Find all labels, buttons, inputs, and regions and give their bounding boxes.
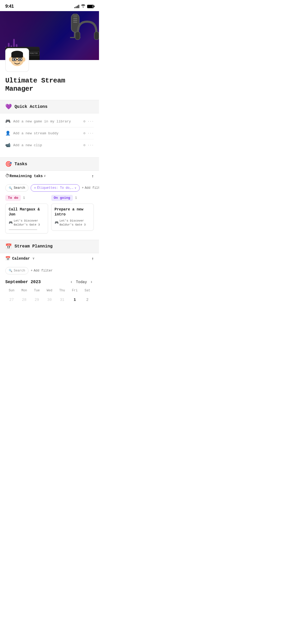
settings-icon[interactable]: ⚙️ xyxy=(83,119,86,123)
calendar-view-row: 📅 Calendar ∨ ↗ xyxy=(5,256,94,261)
cal-date[interactable]: 30 xyxy=(43,296,56,304)
task-card[interactable]: Prepare a new intro 🎮 Let's Discover Bal… xyxy=(51,204,94,230)
tasks-controls: ⏱ Remainning taks ∨ ↗ xyxy=(0,171,99,184)
tasks-header: 🎯 Tasks xyxy=(0,157,99,171)
svg-point-21 xyxy=(19,59,21,60)
scroll-indicator xyxy=(9,229,37,230)
app-title-section: Ultimate Stream Manager xyxy=(0,72,99,96)
column-header-ongoing: On going 1 xyxy=(51,195,94,201)
task-tag: 🎮 Let's Discover Baldur's Gate 3 xyxy=(9,219,45,227)
tasks-section: 🎯 Tasks ⏱ Remainning taks ∨ ↗ 🔍 Search ≡… xyxy=(0,157,99,235)
cal-search-label: Search xyxy=(14,269,25,273)
add-filter-label: Add filter xyxy=(85,186,99,190)
status-bar: 9:41 xyxy=(0,0,99,11)
quick-actions-icon: 💜 xyxy=(5,103,12,110)
quick-actions-section: 💜 Quick Actions 🎮 Add a new game in my l… xyxy=(0,100,99,153)
bottom-padding xyxy=(0,308,99,319)
game-tag-icon: 🎮 xyxy=(55,221,59,225)
weekday-fri: Fri xyxy=(68,288,81,293)
ongoing-badge: On going xyxy=(51,195,73,201)
battery-icon xyxy=(87,5,94,8)
more-icon[interactable]: ··· xyxy=(88,131,94,135)
quick-action-item[interactable]: 🎮 Add a new game in my library ⚙️ ··· xyxy=(5,116,94,127)
expand-icon[interactable]: ↗ xyxy=(90,173,95,179)
tasks-filter-row: 🔍 Search ≡ Étiquettes: To do,… ∨ + Add f… xyxy=(0,184,99,195)
qa-label-game: Add a new game in my library xyxy=(13,119,83,123)
search-icon: 🔍 xyxy=(9,186,12,190)
qa-label-clip: Add a new clip xyxy=(13,143,83,147)
calendar-grid: Sun Mon Tue Wed Thu Fri Sat 27 28 29 30 … xyxy=(0,288,99,304)
cal-date[interactable]: 28 xyxy=(18,296,31,304)
cal-date[interactable]: 2 xyxy=(81,296,94,304)
svg-rect-16 xyxy=(11,53,23,58)
svg-point-22 xyxy=(16,61,18,62)
quick-action-item[interactable]: 👤 Add a new stream buddy ⚙️ ··· xyxy=(5,127,94,139)
stream-planning-title: Stream Planning xyxy=(15,244,53,249)
cal-add-filter-label: Add filter xyxy=(34,269,53,273)
weekday-thu: Thu xyxy=(56,288,68,293)
label-filter-text: Étiquettes: To do,… xyxy=(37,186,73,190)
kanban-container: To do 1 Call Margaux & Jon 🎮 Let's Disco… xyxy=(0,195,99,235)
filter-chevron-icon: ∨ xyxy=(75,186,76,190)
cal-add-filter-btn[interactable]: + Add filter xyxy=(31,269,53,273)
tasks-icon: 🎯 xyxy=(5,161,12,167)
plus-icon: + xyxy=(31,269,32,273)
kanban-column-ongoing: On going 1 Prepare a new intro 🎮 Let's D… xyxy=(51,195,94,235)
tasks-view-label: Remainning taks xyxy=(10,174,43,178)
prev-month-btn[interactable]: ‹ xyxy=(69,280,74,284)
clock-icon: ⏱ xyxy=(5,173,10,178)
task-title: Prepare a new intro xyxy=(55,207,91,217)
cal-view-icon: 📅 xyxy=(5,256,11,261)
settings-icon[interactable]: ⚙️ xyxy=(83,143,86,147)
task-card[interactable]: Call Margaux & Jon 🎮 Let's Discover Bald… xyxy=(5,204,48,233)
cal-date[interactable]: 27 xyxy=(5,296,18,304)
svg-point-20 xyxy=(13,59,15,60)
cal-chevron-icon[interactable]: ∨ xyxy=(32,256,34,260)
calendar-month-nav: September 2023 ‹ Today › xyxy=(0,278,99,288)
today-btn[interactable]: Today xyxy=(76,280,87,284)
status-icons xyxy=(74,4,94,9)
today-btn-area: ‹ Today › xyxy=(69,280,94,284)
todo-count: 1 xyxy=(23,196,25,200)
todo-badge: To do xyxy=(5,195,21,201)
list-icon: ≡ xyxy=(34,186,36,190)
calendar-section-icon: 📅 xyxy=(5,243,12,250)
weekday-sun: Sun xyxy=(5,288,18,293)
app-title: Ultimate Stream Manager xyxy=(5,77,94,93)
calendar-controls: 📅 Calendar ∨ ↗ xyxy=(0,253,99,267)
settings-icon[interactable]: ⚙️ xyxy=(83,131,86,135)
more-icon[interactable]: ··· xyxy=(88,119,94,123)
weekday-sat: Sat xyxy=(81,288,94,293)
task-tag-text: Let's Discover Baldur's Gate 3 xyxy=(14,219,45,227)
weekday-tue: Tue xyxy=(31,288,43,293)
quick-action-item[interactable]: 📹 Add a new clip ⚙️ ··· xyxy=(5,139,94,151)
task-title: Call Margaux & Jon xyxy=(9,207,45,217)
tasks-title: Tasks xyxy=(15,162,27,167)
task-tag: 🎮 Let's Discover Baldur's Gate 3 xyxy=(55,219,91,227)
weekday-mon: Mon xyxy=(18,288,31,293)
ongoing-count: 1 xyxy=(75,196,77,200)
tasks-label-filter[interactable]: ≡ Étiquettes: To do,… ∨ xyxy=(31,184,79,192)
cal-date[interactable]: 29 xyxy=(31,296,43,304)
tasks-search-pill[interactable]: 🔍 Search xyxy=(5,184,29,192)
more-icon[interactable]: ··· xyxy=(88,143,94,147)
column-header-todo: To do 1 xyxy=(5,195,48,201)
signal-icon xyxy=(74,4,79,8)
cal-date[interactable]: 31 xyxy=(56,296,68,304)
kanban-column-todo: To do 1 Call Margaux & Jon 🎮 Let's Disco… xyxy=(5,195,51,235)
svg-point-24 xyxy=(23,57,25,62)
cal-expand-icon[interactable]: ↗ xyxy=(90,256,95,261)
quick-actions-list: 🎮 Add a new game in my library ⚙️ ··· 👤 … xyxy=(0,113,99,153)
stream-planning-header: 📅 Stream Planning xyxy=(0,240,99,253)
next-month-btn[interactable]: › xyxy=(89,280,94,284)
status-time: 9:41 xyxy=(5,4,14,9)
plus-icon: + xyxy=(82,186,84,190)
chevron-down-icon[interactable]: ∨ xyxy=(44,174,46,178)
calendar-filter-row: 🔍 Search + Add filter xyxy=(0,267,99,278)
calendar-weekdays: Sun Mon Tue Wed Thu Fri Sat xyxy=(5,288,94,293)
svg-rect-13 xyxy=(94,32,99,40)
svg-point-23 xyxy=(9,57,12,62)
cal-date[interactable]: 1 xyxy=(68,296,81,304)
cal-search-pill[interactable]: 🔍 Search xyxy=(5,267,29,274)
tasks-add-filter-btn[interactable]: + Add filter xyxy=(82,186,99,190)
